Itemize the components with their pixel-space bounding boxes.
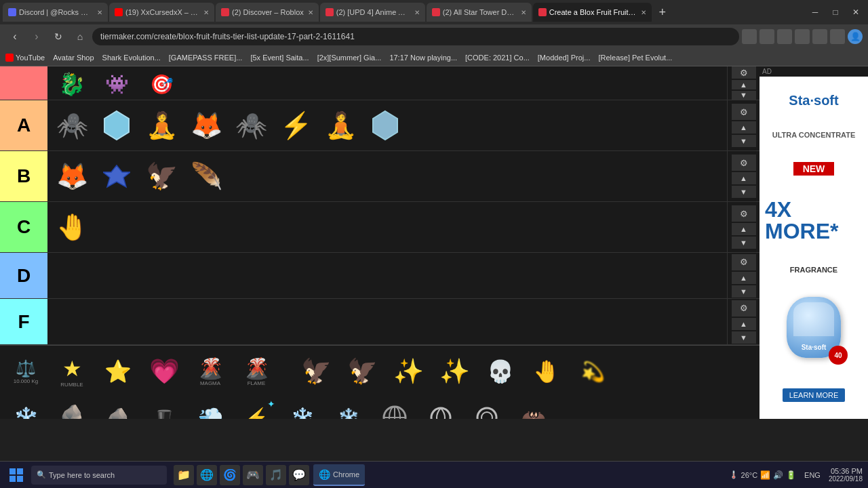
settings-btn-c[interactable]: ⚙	[732, 205, 756, 222]
refresh-button[interactable]: ↻	[49, 27, 68, 46]
fruit-unranked[interactable]: 🪨 SAND	[50, 396, 94, 419]
fruit-item[interactable]: 👾	[95, 69, 138, 99]
taskbar-running-app[interactable]: 🌐 Chrome	[313, 464, 365, 486]
fruit-unranked[interactable]	[465, 396, 509, 419]
fruit-item[interactable]: 🦊	[184, 104, 228, 147]
start-button[interactable]	[5, 464, 27, 486]
bookmark-youtube[interactable]: YouTube	[5, 54, 45, 62]
bookmark-summer[interactable]: [2x][Summer] Gia...	[317, 54, 382, 62]
tab-anime[interactable]: (2) [UPD 4] Anime Advent... ✕	[320, 3, 425, 22]
fruit-item[interactable]: 🪶	[184, 155, 228, 198]
fruit-unranked[interactable]: 💗	[142, 350, 186, 393]
window-close[interactable]: ✕	[846, 3, 865, 22]
fruit-unranked[interactable]: 💀	[479, 350, 522, 393]
fruit-unranked[interactable]: 🌋 MAGMA	[189, 350, 232, 393]
fruit-unranked[interactable]: ✨	[387, 350, 430, 393]
arrow-up-d[interactable]: ▲	[732, 272, 756, 284]
tab-roblox[interactable]: (2) Discover – Roblox ✕	[216, 3, 319, 22]
tab-blox[interactable]: Create a Blox Fruit Fruits [Up... ✕	[533, 3, 652, 22]
window-maximize[interactable]: □	[826, 3, 845, 22]
fruit-unranked[interactable]: 🌋 FLAME	[235, 350, 278, 393]
bookmark-shark[interactable]: Shark Evolution...	[102, 54, 161, 62]
fruit-unranked[interactable]: ✨	[433, 350, 476, 393]
fruit-unranked[interactable]: 🪨	[96, 396, 140, 419]
fruit-item[interactable]	[95, 104, 138, 147]
arrow-down-f[interactable]: ▼	[732, 331, 756, 344]
address-bar[interactable]: tiermaker.com/create/blox-fruit-fruits-t…	[92, 28, 739, 45]
taskbar-search-box[interactable]: 🔍 Type here to search	[31, 466, 167, 485]
taskbar-icon-6[interactable]: 💬	[289, 465, 309, 485]
tab-anime-close[interactable]: ✕	[414, 9, 420, 16]
tab-youtube-close[interactable]: ✕	[203, 9, 209, 16]
fruit-item[interactable]	[363, 104, 407, 147]
fruit-unranked[interactable]	[373, 396, 416, 419]
taskbar-icon-edge[interactable]: 🌐	[197, 465, 217, 485]
settings-btn-b[interactable]: ⚙	[732, 155, 756, 171]
fruit-unranked[interactable]: ❄️	[281, 396, 324, 419]
arrow-down-d[interactable]: ▼	[732, 285, 756, 298]
settings-btn-f[interactable]: ⚙	[732, 300, 756, 317]
ext1[interactable]	[742, 29, 757, 44]
settings-btn-d[interactable]: ⚙	[732, 254, 756, 270]
ad-learn-button[interactable]: LEARN MORE	[783, 388, 846, 402]
taskbar-icon-chrome[interactable]: 🌀	[220, 465, 240, 485]
bookmark-gamepass[interactable]: [GAMEPASS FREE]...	[169, 54, 243, 62]
fruit-unranked[interactable]: 💨	[189, 396, 232, 419]
tab-tower-close[interactable]: ✕	[521, 9, 526, 16]
bookmark-event[interactable]: [5x Event] Saita...	[250, 54, 309, 62]
arrow-down-b[interactable]: ▼	[732, 186, 756, 198]
arrow-up-c[interactable]: ▲	[732, 223, 756, 235]
fruit-unranked[interactable]: ⚡ ✦	[235, 396, 278, 419]
fruit-unranked[interactable]: ⭐	[96, 350, 140, 393]
ext2[interactable]	[760, 29, 774, 44]
fruit-item[interactable]: 🐉	[50, 69, 94, 99]
settings-btn-a[interactable]: ⚙	[732, 104, 756, 120]
arrow-down-a[interactable]: ▼	[732, 135, 756, 147]
fruit-item[interactable]: 🕷️	[50, 104, 94, 147]
ext4[interactable]	[795, 29, 810, 44]
fruit-unranked[interactable]: 🤚	[525, 350, 568, 393]
ext3[interactable]	[777, 29, 792, 44]
fruit-item[interactable]: 🦊	[50, 155, 94, 198]
forward-button[interactable]: ›	[27, 27, 46, 46]
arrow-up-b[interactable]: ▲	[732, 172, 756, 184]
tab-blox-close[interactable]: ✕	[641, 9, 646, 16]
ext6[interactable]	[830, 29, 845, 44]
bookmark-code[interactable]: [CODE: 2021] Co...	[465, 54, 530, 62]
fruit-unranked[interactable]: ❄️	[327, 396, 370, 419]
fruit-unranked[interactable]: ⚖️ 10.000 Kg	[4, 350, 47, 393]
fruit-unranked[interactable]: ❄️	[4, 396, 47, 419]
tab-discord-close[interactable]: ✕	[97, 9, 102, 16]
arrow-up-s[interactable]: ▲	[732, 80, 756, 89]
arrow-down-c[interactable]: ▼	[732, 237, 756, 249]
settings-btn-s[interactable]: ⚙	[732, 66, 756, 79]
fruit-item[interactable]	[95, 155, 138, 198]
taskbar-icon-steam[interactable]: 🎮	[243, 465, 263, 485]
fruit-item[interactable]: 🦅	[140, 155, 183, 198]
fruit-unranked[interactable]: 💫	[571, 350, 614, 393]
fruit-unranked[interactable]: ★ RUMBLE	[50, 350, 94, 393]
back-button[interactable]: ‹	[5, 27, 24, 46]
bookmark-modded[interactable]: [Modded] Proj...	[538, 54, 591, 62]
fruit-item[interactable]: 🕷️	[229, 104, 273, 147]
arrow-up-f[interactable]: ▲	[732, 318, 756, 330]
fruit-unranked[interactable]: 🦅	[340, 350, 384, 393]
tab-add-button[interactable]: +	[653, 3, 672, 22]
fruit-item[interactable]: 🧘	[140, 104, 183, 147]
ext5[interactable]	[812, 29, 827, 44]
profile-avatar[interactable]: 👤	[848, 29, 863, 44]
bookmark-music[interactable]: 17:17 Now playing...	[389, 54, 457, 62]
tab-discord[interactable]: Discord | @Rocks D Xe... ✕	[3, 3, 108, 22]
fruit-unranked[interactable]: 🦅	[294, 350, 338, 393]
fruit-unranked[interactable]: 🎩	[142, 396, 186, 419]
tab-roblox-close[interactable]: ✕	[308, 9, 313, 16]
tab-youtube[interactable]: (19) XxCursedxX – YouTube ✕	[109, 3, 214, 22]
home-button[interactable]: ⌂	[71, 27, 90, 46]
tab-tower[interactable]: (2) All Star Tower Defense –... ✕	[427, 3, 532, 22]
taskbar-icon-explorer[interactable]: 📁	[174, 465, 194, 485]
fruit-item[interactable]: 🧘	[319, 104, 362, 147]
taskbar-icon-5[interactable]: 🎵	[266, 465, 286, 485]
fruit-item[interactable]: 🤚	[50, 205, 94, 249]
arrow-up-a[interactable]: ▲	[732, 121, 756, 134]
fruit-item[interactable]: 🎯	[140, 69, 183, 99]
